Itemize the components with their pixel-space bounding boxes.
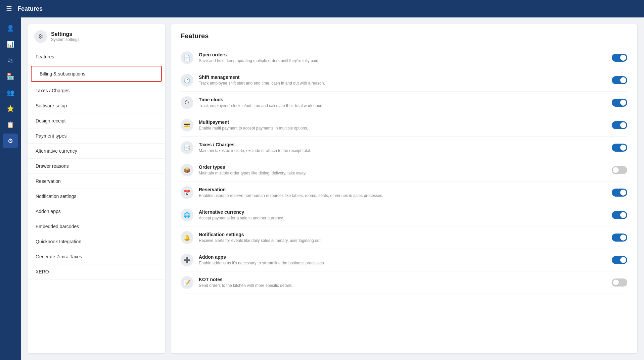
alternative-currency-name: Alternative currency — [199, 209, 606, 215]
feature-row-time-clock: ⏱Time clockTrack employees' clock in/out… — [181, 92, 627, 114]
open-orders-toggle[interactable] — [612, 54, 627, 62]
nav-item-zimra[interactable]: Generate Zimra Taxes — [28, 249, 165, 264]
shift-management-text: Shift managementTrack employee shift sta… — [199, 74, 606, 86]
feature-row-open-orders: 📄Open ordersSave and hold, keep updating… — [181, 47, 627, 69]
multipayment-text: MultipaymentEnable multi payment to acce… — [199, 119, 606, 131]
nav-item-drawer-reasons[interactable]: Drawer reasons — [28, 159, 165, 174]
kot-notes-toggle[interactable] — [612, 278, 627, 287]
features-panel-title: Features — [181, 32, 627, 40]
order-types-name: Order types — [199, 164, 606, 170]
nav-item-alternative-currency[interactable]: Alternative currency — [28, 144, 165, 159]
nav-item-xero[interactable]: XERO — [28, 264, 165, 279]
taxes-charges-name: Taxes / Charges — [199, 142, 606, 147]
notification-settings-icon: 🔔 — [181, 231, 193, 244]
feature-row-taxes-charges: 📑Taxes / ChargesMaintain taxes as includ… — [181, 137, 627, 159]
taxes-charges-text: Taxes / ChargesMaintain taxes as include… — [199, 142, 606, 154]
features-list: 📄Open ordersSave and hold, keep updating… — [181, 47, 627, 294]
feature-row-multipayment: 💳MultipaymentEnable multi payment to acc… — [181, 114, 627, 137]
order-types-toggle[interactable] — [612, 166, 627, 174]
reservation-name: Reservation — [199, 187, 606, 192]
main-container: 👤📊🛍🏪👥⭐📋⚙ ⚙ Settings System settings Feat… — [0, 17, 644, 360]
star-icon[interactable]: ⭐ — [3, 101, 18, 116]
addon-apps-toggle[interactable] — [612, 256, 627, 264]
reservation-toggle[interactable] — [612, 189, 627, 197]
open-orders-icon: 📄 — [181, 51, 193, 64]
order-types-text: Order typesMaintain multiple order types… — [199, 164, 606, 176]
topbar-title: Features — [17, 5, 43, 12]
kot-notes-desc: Send orders to the kitchen with more spe… — [199, 283, 606, 289]
nav-item-taxes[interactable]: Taxes / Charges — [28, 83, 165, 98]
shift-management-toggle[interactable] — [612, 76, 627, 84]
bag-icon[interactable]: 🛍 — [3, 53, 18, 68]
addon-apps-text: Addon appsEnable addons as it's necessar… — [199, 254, 606, 266]
open-orders-text: Open ordersSave and hold, keep updating … — [199, 52, 606, 64]
notification-settings-toggle[interactable] — [612, 234, 627, 242]
addon-apps-name: Addon apps — [199, 254, 606, 260]
multipayment-toggle[interactable] — [612, 121, 627, 129]
feature-row-order-types: 📦Order typesMaintain multiple order type… — [181, 159, 627, 182]
nav-item-features[interactable]: Features — [28, 49, 165, 64]
people-icon[interactable]: 👥 — [3, 85, 18, 100]
nav-item-embedded-barcodes[interactable]: Embedded barcodes — [28, 219, 165, 234]
report-icon[interactable]: 📋 — [3, 117, 18, 132]
nav-item-billing[interactable]: Billing & subscriptions — [31, 66, 162, 82]
settings-panel: ⚙ Settings System settings FeaturesBilli… — [28, 24, 165, 353]
settings-gear-icon: ⚙ — [34, 30, 47, 43]
content-area: ⚙ Settings System settings FeaturesBilli… — [21, 17, 644, 360]
multipayment-name: Multipayment — [199, 119, 606, 125]
nav-item-addon-apps[interactable]: Addon apps — [28, 204, 165, 219]
chart-icon[interactable]: 📊 — [3, 37, 18, 52]
nav-item-quickbook[interactable]: Quickbook Integration — [28, 234, 165, 249]
settings-header: ⚙ Settings System settings — [28, 24, 165, 49]
taxes-charges-desc: Maintain taxes as include, exclude or at… — [199, 148, 606, 154]
nav-item-payment-types[interactable]: Payment types — [28, 128, 165, 144]
reservation-desc: Enables users to reserve non-human resou… — [199, 193, 606, 199]
alternative-currency-icon: 🌐 — [181, 209, 193, 221]
settings-title: Settings — [51, 31, 80, 37]
nav-item-notification-settings[interactable]: Notification settings — [28, 189, 165, 204]
shift-management-desc: Track employee shift start and end time,… — [199, 81, 606, 86]
reservation-icon: 📅 — [181, 186, 193, 199]
features-panel: Features 📄Open ordersSave and hold, keep… — [171, 24, 637, 353]
feature-row-reservation: 📅ReservationEnables users to reserve non… — [181, 182, 627, 204]
alternative-currency-toggle[interactable] — [612, 211, 627, 219]
alternative-currency-text: Alternative currencyAccept payments for … — [199, 209, 606, 221]
nav-item-design-receipt[interactable]: Design receipt — [28, 113, 165, 128]
order-types-icon: 📦 — [181, 164, 193, 176]
settings-header-text: Settings System settings — [51, 31, 80, 42]
time-clock-name: Time clock — [199, 97, 606, 102]
taxes-charges-icon: 📑 — [181, 141, 193, 154]
feature-row-addon-apps: ➕Addon appsEnable addons as it's necessa… — [181, 249, 627, 271]
reservation-text: ReservationEnables users to reserve non-… — [199, 187, 606, 199]
feature-row-shift-management: 🕐Shift managementTrack employee shift st… — [181, 69, 627, 92]
user-icon[interactable]: 👤 — [3, 21, 18, 36]
icon-sidebar: 👤📊🛍🏪👥⭐📋⚙ — [0, 17, 21, 360]
open-orders-desc: Save and hold, keep updating multiple or… — [199, 58, 606, 64]
taxes-charges-toggle[interactable] — [612, 144, 627, 152]
nav-item-reservation[interactable]: Reservation — [28, 174, 165, 189]
notification-settings-text: Notification settingsReceive alerts for … — [199, 232, 606, 244]
addon-apps-icon: ➕ — [181, 254, 193, 266]
shift-management-name: Shift management — [199, 74, 606, 80]
feature-row-notification-settings: 🔔Notification settingsReceive alerts for… — [181, 226, 627, 249]
kot-notes-name: KOT notes — [199, 277, 606, 282]
notification-settings-desc: Receive alerts for events like daily sal… — [199, 238, 606, 244]
time-clock-text: Time clockTrack employees' clock in/out … — [199, 97, 606, 109]
settings-subtitle: System settings — [51, 37, 80, 42]
shift-management-icon: 🕐 — [181, 74, 193, 87]
features-icon[interactable]: ⚙ — [3, 134, 18, 148]
order-types-desc: Maintain multiple order types like dinin… — [199, 170, 606, 176]
open-orders-name: Open orders — [199, 52, 606, 57]
topbar: ☰ Features — [0, 0, 644, 17]
warehouse-icon[interactable]: 🏪 — [3, 69, 18, 84]
settings-nav: FeaturesBilling & subscriptions←Taxes / … — [28, 49, 165, 279]
time-clock-icon: ⏱ — [181, 96, 193, 109]
multipayment-icon: 💳 — [181, 119, 193, 132]
alternative-currency-desc: Accept payments for a sale in another cu… — [199, 215, 606, 221]
feature-row-kot-notes: 📝KOT notesSend orders to the kitchen wit… — [181, 271, 627, 294]
multipayment-desc: Enable multi payment to accept payments … — [199, 125, 606, 131]
addon-apps-desc: Enable addons as it's necessary to strea… — [199, 260, 606, 266]
menu-icon[interactable]: ☰ — [6, 5, 12, 13]
time-clock-toggle[interactable] — [612, 99, 627, 107]
nav-item-software-setup[interactable]: Software setup — [28, 98, 165, 113]
